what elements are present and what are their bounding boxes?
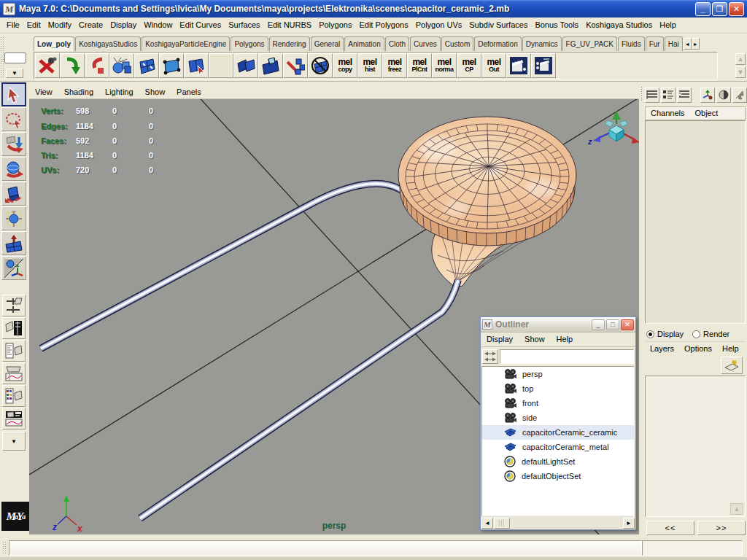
layers-menu[interactable]: Layers bbox=[645, 342, 679, 355]
move-tool-button[interactable] bbox=[1, 132, 26, 156]
shelf-selector-box[interactable] bbox=[4, 52, 29, 66]
shelf-button-append-polygon[interactable] bbox=[184, 53, 209, 78]
select-by-name-button[interactable] bbox=[732, 88, 747, 103]
manip-tool-button[interactable] bbox=[700, 88, 715, 103]
command-line-handle[interactable] bbox=[2, 541, 6, 555]
outliner-item-defaultobjectset[interactable]: defaultObjectSet bbox=[482, 469, 634, 483]
channel-speed-toggle-button[interactable] bbox=[677, 88, 692, 103]
shelf-button-split[interactable] bbox=[283, 53, 308, 78]
layout-preset-persp-graph-button[interactable] bbox=[2, 362, 26, 384]
shelf-tab-rendering[interactable]: Rendering bbox=[269, 36, 310, 51]
display-radio-label[interactable]: Display bbox=[657, 330, 684, 338]
outliner-maximize-button[interactable]: □ bbox=[606, 319, 619, 330]
shelf-scroll-up[interactable]: ▲ bbox=[735, 53, 746, 65]
menu-edit-polygons[interactable]: Edit Polygons bbox=[355, 18, 411, 33]
shelf-button-cleanup[interactable] bbox=[308, 53, 333, 78]
shelf-tab-fg-uv-pack[interactable]: FG_UV_PACK bbox=[562, 36, 617, 51]
outliner-scroll-thumb[interactable] bbox=[494, 518, 510, 529]
options-menu[interactable]: Options bbox=[679, 342, 717, 355]
layout-dropdown-button[interactable]: ▼ bbox=[2, 432, 26, 451]
outliner-help-menu[interactable]: Help bbox=[551, 332, 579, 346]
next-layout-button[interactable]: >> bbox=[697, 521, 746, 535]
scale-tool-button[interactable] bbox=[1, 182, 26, 206]
shelf-button-blank-swatch[interactable] bbox=[209, 53, 233, 78]
layout-preset-hypershade-persp-button[interactable] bbox=[2, 385, 26, 407]
outliner-scroll-left-button[interactable]: ◄ bbox=[481, 518, 493, 529]
shelf-button-clapboard-options[interactable] bbox=[531, 53, 556, 78]
outliner-show-menu[interactable]: Show bbox=[519, 332, 551, 346]
layout-preset-single-persp-button[interactable] bbox=[2, 317, 26, 339]
manipulator-display-toggle-button[interactable] bbox=[661, 88, 676, 103]
lasso-tool-button[interactable] bbox=[1, 107, 26, 131]
outliner-title-bar[interactable]: M Outliner _ □ ✕ bbox=[481, 317, 635, 332]
panel-menu-panels[interactable]: Panels bbox=[171, 86, 207, 98]
shelf-scroll-down[interactable]: ▼ bbox=[735, 66, 746, 78]
outliner-close-button[interactable]: ✕ bbox=[621, 319, 634, 330]
menu-modify[interactable]: Modify bbox=[44, 18, 75, 33]
shelf-button-mel-freez[interactable]: mel freez bbox=[382, 53, 407, 78]
panel-splitter[interactable] bbox=[639, 82, 645, 540]
shelf-tab-general[interactable]: General bbox=[311, 36, 344, 51]
outliner-display-menu[interactable]: Display bbox=[481, 332, 519, 346]
shelf-button-mel-cp[interactable]: mel CP bbox=[457, 53, 481, 78]
menu-subdiv-surfaces[interactable]: Subdiv Surfaces bbox=[465, 18, 531, 33]
menu-surfaces[interactable]: Surfaces bbox=[225, 18, 263, 33]
shelf-tab-hair-truncated[interactable]: Hai bbox=[665, 36, 683, 51]
render-sphere-button[interactable] bbox=[716, 88, 731, 103]
shelf-tab-scroll-left[interactable]: ◄ bbox=[684, 38, 692, 50]
select-tool-button[interactable] bbox=[1, 82, 26, 106]
outliner-scroll-right-button[interactable]: ► bbox=[623, 518, 635, 529]
shelf-tab-fur[interactable]: Fur bbox=[646, 36, 664, 51]
restore-button[interactable]: ❐ bbox=[712, 2, 727, 16]
menu-display[interactable]: Display bbox=[107, 18, 140, 33]
panel-menu-show[interactable]: Show bbox=[139, 86, 171, 98]
shelf-tab-low-poly[interactable]: Low_poly bbox=[34, 36, 74, 51]
layout-preset-outliner-persp-button[interactable] bbox=[2, 340, 26, 362]
outliner-item-side[interactable]: side bbox=[482, 411, 634, 425]
shelf-button-sphere-cubes[interactable] bbox=[109, 53, 134, 78]
outliner-expand-button[interactable] bbox=[482, 349, 498, 364]
title-bar[interactable]: M Maya 7.0: C:\Documents and Settings\Iv… bbox=[0, 0, 747, 18]
shelf-button-extrude[interactable] bbox=[258, 53, 283, 78]
outliner-item-front[interactable]: front bbox=[482, 396, 634, 411]
create-layer-button[interactable] bbox=[721, 357, 743, 374]
shelf-button-clapboard[interactable] bbox=[506, 53, 531, 78]
shelf-button-poly-grid[interactable] bbox=[134, 53, 159, 78]
menu-help[interactable]: Help bbox=[656, 18, 680, 33]
shelf-button-green-arrow[interactable] bbox=[60, 53, 85, 78]
channels-menu[interactable]: Channels bbox=[646, 107, 689, 120]
minimize-button[interactable]: _ bbox=[695, 2, 711, 16]
layers-scroll-chevron[interactable]: ▲ bbox=[730, 503, 743, 515]
layers-list[interactable]: ▲ bbox=[645, 376, 746, 517]
shelf-button-combine[interactable] bbox=[233, 53, 258, 78]
shelf-button-red-arrow[interactable] bbox=[85, 53, 109, 78]
menu-bonus-tools[interactable]: Bonus Tools bbox=[531, 18, 582, 33]
shelf-tab-deformation[interactable]: Deformation bbox=[474, 36, 521, 51]
menu-polygon-uvs[interactable]: Polygon UVs bbox=[412, 18, 466, 33]
shelf-tab-koshigayastudios[interactable]: KoshigayaStudios bbox=[75, 36, 141, 51]
render-radio[interactable] bbox=[692, 330, 700, 338]
shelf-tab-koshigayaparticleengine[interactable]: KoshigayaParticleEngine bbox=[142, 36, 230, 51]
rotate-tool-button[interactable] bbox=[1, 157, 26, 181]
soft-mod-tool-button[interactable] bbox=[1, 231, 26, 255]
outliner-horizontal-scrollbar[interactable]: ◄ ► bbox=[481, 517, 635, 529]
shelf-tab-curves[interactable]: Curves bbox=[410, 36, 441, 51]
menu-file[interactable]: File bbox=[3, 18, 23, 33]
channel-box-empty-area[interactable] bbox=[645, 120, 746, 324]
shelf-tab-scroll-right[interactable]: ► bbox=[692, 38, 700, 50]
shelf-drag-handle[interactable] bbox=[0, 36, 4, 79]
shelf-button-create-polygon[interactable] bbox=[159, 53, 184, 78]
menu-edit-nurbs[interactable]: Edit NURBS bbox=[264, 18, 316, 33]
panel-menu-shading[interactable]: Shading bbox=[58, 86, 99, 98]
shelf-button-mel-out[interactable]: mel Out bbox=[481, 53, 506, 78]
layout-preset-persp-graph-outliner-button[interactable] bbox=[2, 408, 26, 429]
shelf-button-delete[interactable] bbox=[35, 53, 60, 78]
outliner-item-top[interactable]: top bbox=[482, 381, 634, 396]
object-menu[interactable]: Object bbox=[689, 107, 723, 120]
menu-edit[interactable]: Edit bbox=[23, 18, 44, 33]
outliner-search-input[interactable] bbox=[500, 349, 634, 364]
shelf-tab-cloth[interactable]: Cloth bbox=[385, 36, 409, 51]
channel-names-toggle-button[interactable] bbox=[645, 88, 659, 103]
shelf-tab-fluids[interactable]: Fluids bbox=[618, 36, 645, 51]
shelf-button-mel-plcnt[interactable]: mel PlCnt bbox=[407, 53, 432, 78]
